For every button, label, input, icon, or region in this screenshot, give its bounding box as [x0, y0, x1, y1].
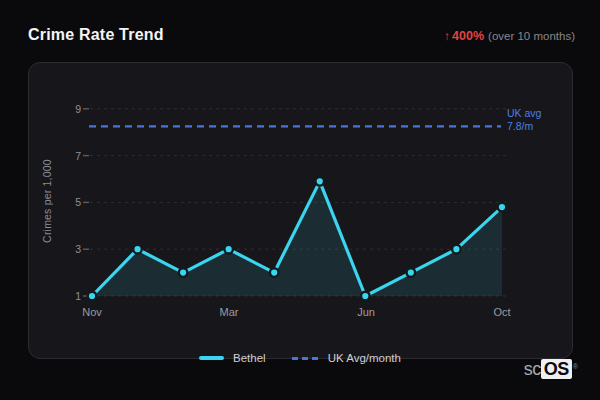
y-tick-1: 1 — [29, 289, 81, 303]
trend-caption: (over 10 months) — [488, 30, 575, 42]
x-tick-jun: Jun — [336, 304, 396, 320]
legend-label-bethel: Bethel — [233, 352, 266, 364]
bethel-area-fill — [92, 181, 502, 296]
registered-mark: ® — [573, 363, 578, 370]
chart-card: Crimes per 1,000 9 7 5 3 1 Nov Mar Jun O… — [28, 62, 573, 359]
trend-up-icon: ↑ — [444, 30, 450, 42]
page-header: Crime Rate Trend ↑400%(over 10 months) — [28, 26, 575, 44]
trend-summary: ↑400%(over 10 months) — [444, 29, 575, 43]
uk-avg-annotation-line2: 7.8/m — [507, 120, 569, 133]
data-point-marker — [133, 245, 142, 254]
uk-avg-annotation-line1: UK avg — [507, 107, 569, 120]
x-tick-oct: Oct — [472, 304, 532, 320]
legend-label-uk-avg: UK Avg/month — [328, 352, 401, 364]
y-tick-3: 3 — [29, 242, 81, 256]
legend-item-uk-avg: UK Avg/month — [292, 352, 401, 364]
data-point-marker — [179, 268, 188, 277]
y-tick-7: 7 — [29, 149, 81, 163]
uk-avg-annotation: UK avg 7.8/m — [507, 107, 569, 133]
page-title: Crime Rate Trend — [28, 26, 164, 44]
data-point-marker — [361, 292, 370, 301]
chart-legend: Bethel UK Avg/month — [0, 352, 600, 364]
data-point-marker — [270, 268, 279, 277]
data-point-marker — [88, 292, 97, 301]
uk-avg-dashed-swatch-icon — [292, 357, 319, 360]
data-point-marker — [452, 245, 461, 254]
data-point-marker — [407, 268, 416, 277]
x-tick-nov: Nov — [62, 304, 122, 320]
logo-prefix: sc — [524, 359, 541, 379]
data-point-marker — [224, 245, 233, 254]
trend-percentage: 400% — [452, 29, 484, 43]
y-tick-9: 9 — [29, 102, 81, 116]
x-tick-mar: Mar — [199, 304, 259, 320]
bethel-line-swatch-icon — [199, 356, 224, 360]
data-point-marker — [498, 203, 507, 212]
logo-box: OS — [541, 359, 572, 379]
scos-logo: scOS® — [524, 357, 577, 381]
data-point-marker — [315, 177, 324, 186]
y-tick-5: 5 — [29, 195, 81, 209]
legend-item-bethel: Bethel — [199, 352, 266, 364]
